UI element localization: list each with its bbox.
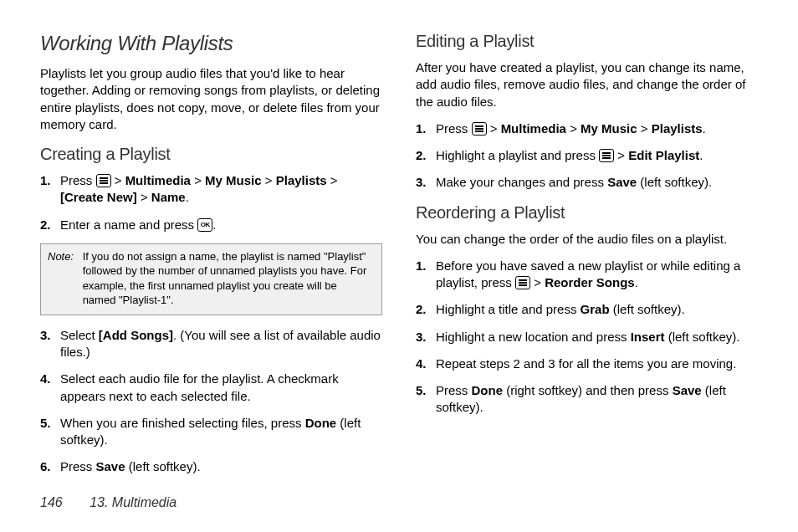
gt-icon: > — [617, 148, 625, 162]
path-playlists: Playlists — [276, 173, 327, 187]
grab-label: Grab — [581, 302, 610, 316]
creating-heading: Creating a Playlist — [40, 145, 382, 164]
done-label: Done — [472, 383, 504, 397]
menu-key-icon — [472, 122, 487, 136]
creating-step-3: Select [Add Songs]. (You will see a list… — [40, 327, 382, 361]
done-label: Done — [305, 416, 337, 430]
path-name: Name — [151, 190, 186, 204]
editing-step-2: Highlight a playlist and press > Edit Pl… — [416, 147, 758, 164]
text: (left softkey). — [125, 459, 201, 473]
left-column: Working With Playlists Playlists let you… — [40, 32, 382, 467]
reordering-step-4: Repeat steps 2 and 3 for all the items y… — [416, 356, 758, 372]
gt-icon: > — [641, 121, 648, 136]
text: . — [635, 275, 638, 289]
creating-step-6: Press Save (left softkey). — [40, 458, 382, 475]
menu-key-icon — [96, 174, 111, 187]
creating-step-2: Enter a name and press . — [40, 217, 382, 233]
text: Press — [436, 121, 472, 136]
text: Highlight a playlist and press — [436, 148, 599, 162]
edit-playlist-label: Edit Playlist — [628, 148, 699, 162]
reordering-intro: You can change the order of the audio fi… — [416, 231, 758, 248]
save-label: Save — [673, 383, 702, 397]
editing-intro: After you have created a playlist, you c… — [416, 59, 758, 110]
section-name: 13. Multimedia — [90, 495, 176, 509]
reordering-steps: Before you have saved a new playlist or … — [416, 258, 758, 417]
text: . — [703, 121, 706, 136]
path-multimedia: Multimedia — [125, 173, 191, 187]
gt-icon: > — [534, 275, 541, 289]
gt-icon: > — [490, 121, 498, 136]
path-multimedia: Multimedia — [501, 121, 566, 136]
gt-icon: > — [141, 190, 148, 204]
creating-step-5: When you are finished selecting files, p… — [40, 415, 382, 449]
add-songs: [Add Songs] — [99, 328, 173, 342]
gt-icon: > — [570, 121, 577, 136]
page-number: 146 — [40, 495, 63, 509]
path-mymusic: My Music — [205, 173, 262, 187]
note-body: If you do not assign a name, the playlis… — [83, 249, 373, 308]
text: Highlight a title and press — [436, 302, 581, 316]
creating-steps: Press > Multimedia > My Music > Playlist… — [40, 172, 382, 233]
text: (left softkey). — [637, 175, 712, 189]
text: . — [699, 148, 703, 162]
text: Highlight a new location and press — [436, 330, 631, 344]
text: (right softkey) and then press — [503, 383, 673, 397]
note-label: Note: — [48, 249, 79, 264]
editing-step-1: Press > Multimedia > My Music > Playlist… — [416, 120, 758, 137]
page-footer: 146 13. Multimedia — [40, 495, 176, 510]
creating-step-1: Press > Multimedia > My Music > Playlist… — [40, 172, 382, 207]
editing-steps: Press > Multimedia > My Music > Playlist… — [416, 120, 758, 192]
note-box: Note: If you do not assign a name, the p… — [40, 243, 382, 315]
insert-label: Insert — [631, 330, 665, 344]
text: Press — [436, 383, 472, 397]
text: Press — [60, 459, 96, 473]
path-playlists: Playlists — [652, 121, 703, 136]
page-title: Working With Playlists — [40, 32, 382, 55]
text: Select — [60, 328, 99, 342]
reordering-step-2: Highlight a title and press Grab (left s… — [416, 301, 758, 318]
text: Enter a name and press — [60, 217, 197, 232]
menu-key-icon — [599, 149, 614, 162]
save-label: Save — [607, 175, 637, 189]
right-column: Editing a Playlist After you have create… — [416, 32, 758, 467]
ok-key-icon — [197, 218, 212, 232]
reorder-songs-label: Reorder Songs — [545, 275, 635, 289]
text: When you are finished selecting files, p… — [60, 416, 305, 430]
gt-icon: > — [115, 173, 122, 187]
content-columns: Working With Playlists Playlists let you… — [40, 32, 758, 467]
save-label: Save — [96, 459, 125, 473]
gt-icon: > — [265, 173, 273, 187]
menu-key-icon — [515, 276, 530, 289]
reordering-heading: Reordering a Playlist — [416, 203, 758, 223]
text: . — [212, 217, 216, 232]
creating-steps-cont: Select [Add Songs]. (You will see a list… — [40, 327, 382, 476]
gt-icon: > — [330, 173, 338, 187]
path-createnew: [Create New] — [60, 190, 137, 204]
gt-icon: > — [194, 173, 202, 187]
reordering-step-5: Press Done (right softkey) and then pres… — [416, 382, 758, 417]
text: (left softkey). — [610, 302, 685, 316]
creating-step-4: Select each audio file for the playlist.… — [40, 371, 382, 405]
text: Make your changes and press — [436, 175, 607, 189]
editing-step-3: Make your changes and press Save (left s… — [416, 174, 758, 191]
reordering-step-3: Highlight a new location and press Inser… — [416, 329, 758, 345]
intro-paragraph: Playlists let you group audio files that… — [40, 65, 382, 133]
editing-heading: Editing a Playlist — [416, 32, 758, 51]
text: Press — [60, 173, 96, 187]
text: . — [186, 190, 189, 204]
text: (left softkey). — [665, 330, 740, 344]
reordering-step-1: Before you have saved a new playlist or … — [416, 258, 758, 292]
path-mymusic: My Music — [581, 121, 637, 136]
